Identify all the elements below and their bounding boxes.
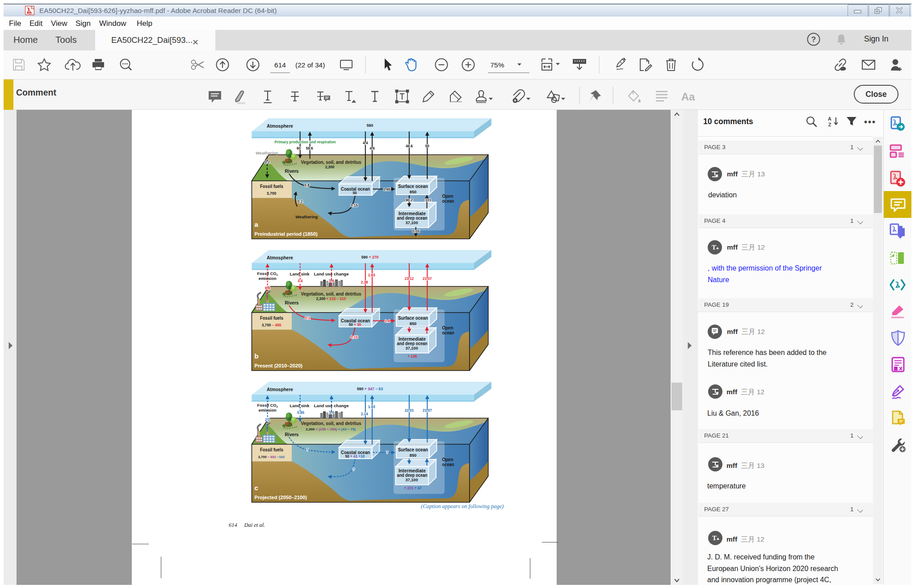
svg-text:Aa: Aa [681, 91, 695, 103]
svg-text:37,100: 37,100 [406, 220, 418, 225]
svg-text:+ 135: + 135 [408, 354, 417, 359]
svg-text:0.1: 0.1 [305, 316, 311, 320]
svg-text:101: 101 [425, 198, 432, 202]
svg-text:Land use change: Land use change [314, 404, 349, 408]
svg-text:21.07: 21.07 [423, 277, 432, 281]
svg-text:Vegetation, soil, and detritus: Vegetation, soil, and detritus [301, 292, 361, 296]
svg-text:3,700 − 455: 3,700 − 455 [262, 323, 281, 327]
svg-text:emission: emission [259, 408, 277, 413]
svg-text:Present (2010–2020): Present (2010–2020) [255, 363, 303, 368]
svg-text:Land use change: Land use change [314, 272, 349, 276]
svg-text:T: T [712, 534, 717, 542]
svg-text:Projected (2050–2100): Projected (2050–2100) [255, 495, 307, 500]
svg-text:50 + 41 +10: 50 + 41 +10 [345, 455, 365, 459]
svg-text:a: a [255, 221, 259, 228]
svg-text:50: 50 [353, 191, 357, 195]
svg-text:Fossil CO2: Fossil CO2 [257, 403, 278, 408]
svg-text:614: 614 [274, 61, 286, 69]
svg-text:3,700: 3,700 [267, 191, 277, 196]
svg-text:?: ? [811, 35, 816, 44]
svg-text:0.2: 0.2 [298, 200, 303, 204]
svg-text:59.6: 59.6 [306, 146, 313, 150]
svg-text:23.12: 23.12 [405, 277, 414, 281]
svg-text:2,300 + (235 − 254) + (43 − 75: 2,300 + (235 − 254) + (43 − 75) [306, 427, 356, 431]
svg-text:Land sink: Land sink [290, 404, 310, 408]
svg-text:2,300: 2,300 [325, 165, 335, 169]
svg-text:+ 221 + 47: + 221 + 47 [404, 486, 422, 490]
svg-text:0.8: 0.8 [304, 183, 310, 188]
svg-text:b: b [255, 352, 259, 360]
svg-text:Preindustrial period (1850): Preindustrial period (1850) [255, 231, 318, 237]
svg-text:2.0: 2.0 [265, 418, 270, 422]
svg-text:0.85: 0.85 [297, 411, 304, 415]
svg-text:Z: Z [828, 122, 831, 127]
svg-text:50 + 30: 50 + 30 [349, 323, 361, 327]
svg-text:1.93: 1.93 [368, 405, 375, 409]
svg-text:0.05: 0.05 [412, 229, 420, 234]
svg-text:c: c [255, 484, 258, 492]
svg-text:PDF: PDF [27, 12, 33, 15]
svg-text:1.6: 1.6 [329, 279, 334, 283]
svg-text:590 + 347 − 53: 590 + 347 − 53 [357, 387, 383, 391]
svg-text:1.5: 1.5 [329, 411, 334, 415]
svg-text:A: A [828, 116, 831, 121]
svg-text:50: 50 [425, 144, 430, 148]
svg-text:590 + 270: 590 + 270 [361, 255, 379, 259]
svg-text:Weathering: Weathering [295, 215, 318, 219]
svg-text:?: ? [353, 467, 355, 471]
svg-text:60: 60 [297, 146, 301, 150]
svg-text:4.4: 4.4 [363, 141, 368, 145]
svg-text:90.2: 90.2 [406, 198, 413, 202]
svg-text:2,300 + 215 − 210: 2,300 + 215 − 210 [316, 297, 346, 301]
svg-text:21.07: 21.07 [423, 409, 432, 413]
svg-text:0.2: 0.2 [264, 160, 270, 164]
svg-text:T: T [712, 244, 716, 251]
svg-text:9.4: 9.4 [265, 286, 270, 290]
svg-text:Vegetation, soil, and detritus: Vegetation, soil, and detritus [301, 160, 361, 165]
svg-text:49.6: 49.6 [406, 144, 413, 148]
svg-text:?: ? [306, 447, 308, 452]
svg-text:Fossil CO2: Fossil CO2 [257, 271, 278, 276]
svg-text:2.14: 2.14 [361, 412, 368, 416]
svg-text:0.45: 0.45 [383, 188, 390, 192]
svg-text:Land sink: Land sink [290, 272, 310, 276]
svg-text:Vegetation, soil, and detritus: Vegetation, soil, and detritus [301, 421, 361, 426]
svg-text:Weathering: Weathering [256, 151, 278, 155]
svg-text:1.93: 1.93 [368, 273, 375, 277]
svg-text:0.15: 0.15 [351, 335, 358, 339]
svg-text:emission: emission [259, 276, 277, 281]
svg-text:0.15: 0.15 [351, 204, 358, 208]
svg-text:2.38: 2.38 [361, 280, 368, 284]
svg-text:75%: 75% [490, 61, 504, 69]
svg-text:?: ? [386, 450, 388, 455]
svg-text:(22 of 34): (22 of 34) [295, 61, 325, 69]
svg-text:590: 590 [367, 123, 374, 128]
svg-text:22.01: 22.01 [405, 409, 414, 413]
svg-text:3,700 − 602 −102: 3,700 − 602 −102 [258, 455, 285, 459]
svg-text:0.4: 0.4 [385, 319, 390, 323]
svg-text:37,100: 37,100 [406, 477, 418, 482]
svg-text:3.4: 3.4 [298, 279, 303, 283]
svg-text:37,100: 37,100 [406, 346, 418, 350]
svg-text:4.6: 4.6 [369, 146, 375, 150]
svg-text:Primary production and respira: Primary production and respiration [275, 140, 336, 144]
